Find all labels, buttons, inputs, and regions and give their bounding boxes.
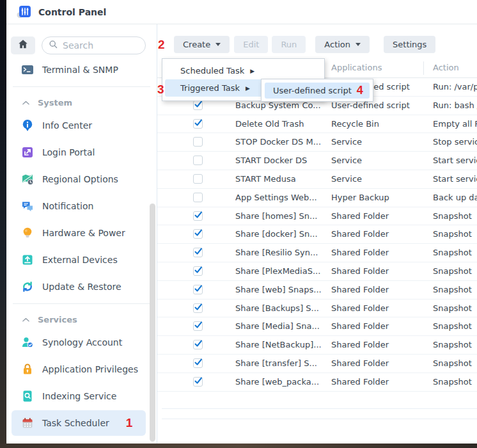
- sidebar-item-external-devices[interactable]: External Devices: [6, 252, 157, 268]
- task-action: Snapshot: [433, 248, 477, 257]
- table-row[interactable]: Share [Media] Sna... Shared Folder Snaps…: [157, 317, 477, 336]
- task-action: Snapshot: [433, 285, 477, 294]
- checkmark-icon: [194, 284, 203, 293]
- task-name: Share [web_packa...: [235, 377, 326, 387]
- row-checkbox[interactable]: [193, 100, 203, 110]
- row-checkbox[interactable]: [193, 358, 203, 368]
- edit-button[interactable]: Edit: [234, 36, 268, 53]
- search-icon: [49, 40, 58, 52]
- menu-item-scheduled-task[interactable]: Scheduled Task ▶: [165, 62, 322, 79]
- task-name: Backup System Co...: [235, 100, 326, 110]
- task-name: Share [docker] Sn...: [235, 229, 326, 239]
- task-scheduler-panel: 2 Create Edit Run Action Settings: [157, 24, 477, 444]
- sidebar-divider: [13, 86, 150, 87]
- table-row[interactable]: Share [Resilio Syn... Shared Folder Snap…: [157, 244, 477, 262]
- home-icon: [17, 38, 29, 52]
- row-checkbox[interactable]: [193, 229, 203, 239]
- row-checkbox[interactable]: [193, 248, 203, 257]
- table-row[interactable]: Share [PlexMediaS... Shared Folder Snaps…: [157, 262, 477, 281]
- window-titlebar[interactable]: Control Panel: [6, 0, 477, 24]
- table-row[interactable]: Delete Old Trash Recycle Bin Empty all R: [157, 115, 477, 134]
- task-app: Service: [331, 174, 427, 184]
- table-row[interactable]: START Docker DS Service Start servic: [157, 152, 477, 170]
- column-header-applications[interactable]: Applications: [331, 63, 382, 72]
- task-app: Shared Folder: [331, 248, 427, 257]
- sidebar-item-task-scheduler[interactable]: Task Scheduler 1: [12, 410, 146, 436]
- task-app: Shared Folder: [331, 285, 427, 294]
- sidebar-item-indexing-service[interactable]: Indexing Service: [6, 388, 157, 404]
- task-action: Snapshot: [433, 266, 477, 276]
- row-checkbox[interactable]: [193, 266, 203, 276]
- row-checkbox[interactable]: [193, 193, 203, 202]
- table-row[interactable]: App Settings Web... Hyper Backup Back up…: [157, 189, 477, 207]
- checkmark-icon: [194, 118, 203, 127]
- run-button[interactable]: Run: [272, 36, 306, 53]
- sidebar-item-regional-options[interactable]: Regional Options: [6, 172, 157, 187]
- sidebar-item-info-center[interactable]: Info Center: [6, 118, 157, 133]
- row-checkbox[interactable]: [193, 156, 203, 165]
- sidebar: Terminal & SNMP System Info Center Login…: [6, 24, 157, 444]
- settings-button[interactable]: Settings: [384, 36, 435, 53]
- create-button-label: Create: [183, 40, 210, 49]
- sidebar-item-label: External Devices: [42, 255, 118, 265]
- column-header-action[interactable]: Action: [433, 63, 459, 72]
- table-grid-line: [162, 408, 477, 409]
- action-button[interactable]: Action: [315, 36, 370, 53]
- indexing-service-icon: [21, 390, 34, 403]
- row-checkbox[interactable]: [193, 137, 203, 147]
- sidebar-item-update-restore[interactable]: Update & Restore: [6, 279, 157, 294]
- create-button[interactable]: Create: [174, 36, 230, 53]
- desktop-background: [0, 444, 477, 448]
- sidebar-scrollbar[interactable]: [150, 204, 155, 442]
- task-app: Shared Folder: [331, 303, 427, 313]
- task-action: Stop servic: [433, 137, 477, 147]
- table-row[interactable]: Share [Backups] S... Shared Folder Snaps…: [157, 300, 477, 318]
- table-row[interactable]: Share [docker] Sn... Shared Folder Snaps…: [157, 225, 477, 244]
- checkmark-icon: [194, 211, 203, 220]
- home-button[interactable]: [11, 36, 35, 54]
- row-checkbox[interactable]: [193, 377, 203, 387]
- table-row[interactable]: Share [NetBackup]... Shared Folder Snaps…: [157, 336, 477, 355]
- row-checkbox[interactable]: [193, 174, 203, 184]
- row-checkbox[interactable]: [193, 321, 203, 331]
- search-input[interactable]: [63, 40, 134, 51]
- task-action: Run: /var/p: [433, 82, 477, 92]
- sidebar-item-hardware-power[interactable]: Hardware & Power: [6, 225, 157, 241]
- sidebar-section-system[interactable]: System: [6, 96, 157, 109]
- row-checkbox[interactable]: [193, 285, 203, 294]
- row-checkbox[interactable]: [193, 119, 203, 129]
- control-panel-icon: [17, 4, 32, 20]
- sidebar-item-application-privileges[interactable]: Application Privileges: [6, 362, 157, 377]
- sidebar-item-label: Application Privileges: [42, 364, 138, 374]
- table-row[interactable]: Share [transfer] S... Shared Folder Snap…: [157, 355, 477, 373]
- sidebar-item-label: Terminal & SNMP: [42, 65, 118, 75]
- table-row[interactable]: START Medusa Service Start servic: [157, 170, 477, 189]
- table-row[interactable]: STOP Docker DS M... Service Stop servic: [157, 133, 477, 152]
- regional-options-icon: [21, 173, 34, 186]
- search-box[interactable]: [42, 36, 146, 54]
- column-separator[interactable]: [423, 61, 424, 75]
- task-app: Shared Folder: [331, 377, 427, 387]
- sidebar-item-notification[interactable]: Notification: [6, 198, 157, 214]
- task-app: Recycle Bin: [331, 119, 427, 129]
- task-app: Hyper Backup: [331, 193, 427, 202]
- task-action: Snapshot: [433, 321, 477, 331]
- row-checkbox[interactable]: [193, 211, 203, 221]
- row-checkbox[interactable]: [193, 303, 203, 313]
- menu-item-user-defined-script[interactable]: User-defined script 4: [265, 83, 370, 99]
- submenu-arrow-icon: ▶: [246, 85, 250, 92]
- sidebar-item-synology-account[interactable]: Synology Account: [6, 335, 157, 350]
- sidebar-item-login-portal[interactable]: Login Portal: [6, 145, 157, 160]
- sidebar-section-services[interactable]: Services: [6, 313, 157, 326]
- chevron-down-icon: [356, 43, 361, 46]
- task-name: Share [Backups] S...: [235, 303, 326, 313]
- task-action: Start servic: [433, 156, 477, 165]
- task-name: Share [homes] Sn...: [235, 211, 326, 221]
- table-row[interactable]: Share [web] Snaps... Shared Folder Snaps…: [157, 281, 477, 300]
- table-row[interactable]: Share [homes] Sn... Shared Folder Snapsh…: [157, 207, 477, 226]
- row-checkbox[interactable]: [193, 340, 203, 349]
- sidebar-item-terminal-snmp[interactable]: Terminal & SNMP: [6, 62, 157, 77]
- checkmark-icon: [194, 228, 203, 237]
- table-row[interactable]: Share [web_packa... Shared Folder Snapsh…: [157, 373, 477, 392]
- task-action: Snapshot: [433, 229, 477, 239]
